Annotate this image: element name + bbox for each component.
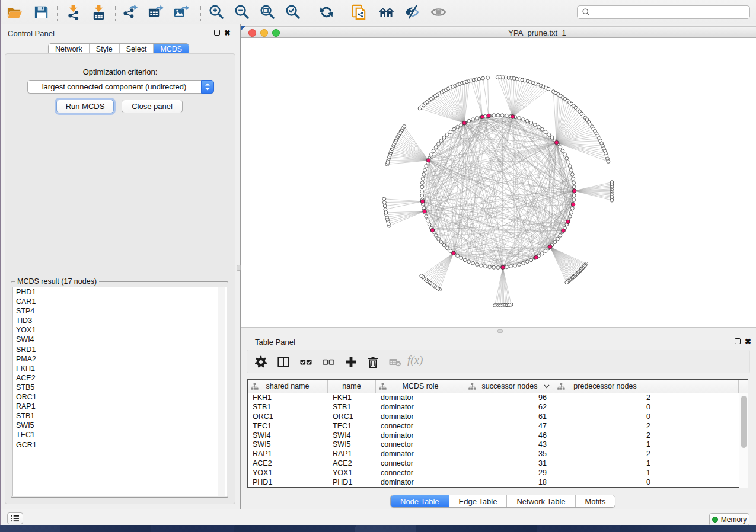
first-neighbors-icon[interactable]: [378, 4, 394, 20]
status-bar: Memory: [0, 509, 756, 525]
cell-MCDS-role: connector: [376, 469, 465, 478]
float-window-icon[interactable]: [735, 338, 741, 344]
task-history-button[interactable]: [7, 512, 23, 524]
cell-shared-name: STB1: [248, 403, 328, 412]
add-column-icon[interactable]: [344, 355, 358, 368]
zoom-in-icon[interactable]: [208, 4, 224, 20]
mcds-result-item[interactable]: SRD1: [13, 345, 227, 354]
table-row[interactable]: SWI4SWI4dominator462: [248, 431, 748, 441]
tab-motifs[interactable]: Motifs: [575, 495, 615, 507]
search-input[interactable]: [577, 5, 750, 19]
close-panel-button[interactable]: Close panel: [122, 100, 183, 113]
table-scrollbar-thumb[interactable]: [741, 396, 747, 448]
mcds-result-item[interactable]: PHD1: [13, 287, 227, 297]
mcds-result-item[interactable]: ACE2: [13, 373, 227, 383]
zoom-out-icon[interactable]: [234, 4, 250, 20]
mcds-result-item[interactable]: PMA2: [13, 354, 227, 364]
table-row[interactable]: ACE2ACE2connector311: [248, 459, 748, 469]
column-header-successor-nodes[interactable]: successor nodes: [465, 380, 554, 393]
settings-icon[interactable]: [254, 355, 267, 368]
show-columns-icon[interactable]: [277, 355, 290, 368]
import-network-icon[interactable]: [65, 4, 81, 20]
mcds-result-item[interactable]: GCR1: [13, 440, 227, 450]
mcds-result-item[interactable]: STB1: [13, 411, 227, 421]
table-row[interactable]: FKH1FKH1dominator962: [248, 393, 748, 403]
table-row[interactable]: PHD1PHD1dominator180: [248, 478, 748, 488]
open-session-icon[interactable]: [7, 4, 23, 20]
column-header-MCDS-role[interactable]: MCDS role: [376, 380, 465, 393]
list-icon: [11, 515, 20, 522]
mcds-result-item[interactable]: STB5: [13, 383, 227, 392]
mcds-result-item[interactable]: ORC1: [13, 392, 227, 402]
cell-successor-nodes: 61: [465, 412, 554, 422]
column-header-predecessor-nodes[interactable]: predecessor nodes: [554, 380, 656, 393]
tab-network-table[interactable]: Network Table: [506, 495, 575, 507]
cell-predecessor-nodes: 0: [554, 412, 656, 422]
close-panel-icon[interactable]: ✖: [224, 28, 231, 37]
mcds-result-item[interactable]: FKH1: [13, 364, 227, 373]
mcds-result-item[interactable]: SWI5: [13, 421, 227, 430]
mcds-result-item[interactable]: SWI4: [13, 335, 227, 344]
run-mcds-button[interactable]: Run MCDS: [56, 100, 114, 113]
window-close-button[interactable]: [248, 29, 256, 37]
zoom-fit-icon[interactable]: [259, 4, 275, 20]
cell-MCDS-role: dominator: [376, 431, 465, 441]
clone-network-icon[interactable]: [352, 4, 368, 20]
cell-predecessor-nodes: 2: [554, 431, 656, 441]
mcds-result-item[interactable]: TEC1: [13, 430, 227, 440]
vertical-splitter-handle[interactable]: [237, 265, 241, 271]
export-table-icon[interactable]: [148, 4, 164, 20]
cell-successor-nodes: 96: [465, 393, 554, 403]
optimization-criterion-select[interactable]: largest connected component (undirected): [27, 80, 214, 94]
window-maximize-button[interactable]: [272, 29, 280, 37]
table-row[interactable]: YOX1YOX1connector291: [248, 469, 748, 478]
export-image-icon[interactable]: [173, 4, 189, 20]
toolbar-separator: [57, 4, 58, 21]
window-minimize-button[interactable]: [260, 29, 268, 37]
network-window-corner: [241, 26, 245, 31]
table-toolbar: f(x): [247, 350, 750, 373]
cell-shared-name: RAP1: [248, 450, 328, 459]
table-row[interactable]: SWI5SWI5connector431: [248, 440, 748, 450]
tab-edge-table[interactable]: Edge Table: [449, 495, 507, 507]
column-header-label: name: [328, 382, 375, 390]
table-row[interactable]: TEC1TEC1connector472: [248, 422, 748, 431]
float-window-icon[interactable]: [214, 30, 220, 36]
mcds-result-scrollbar[interactable]: [218, 287, 225, 496]
memory-button[interactable]: Memory: [709, 513, 749, 526]
mcds-result-item[interactable]: RAP1: [13, 402, 227, 411]
mcds-result-list[interactable]: PHD1CAR1STP4TID3YOX1SWI4SRD1PMA2FKH1ACE2…: [12, 287, 227, 496]
delete-columns-icon[interactable]: [366, 355, 379, 368]
close-panel-icon[interactable]: ✖: [745, 337, 751, 346]
export-network-icon[interactable]: [122, 4, 138, 20]
mcds-result-item[interactable]: TID3: [13, 316, 227, 325]
mcds-result-item[interactable]: STP4: [13, 306, 227, 316]
column-header-label: successor nodes: [465, 382, 554, 390]
network-view-canvas[interactable]: [241, 38, 756, 328]
horizontal-splitter-handle[interactable]: [497, 329, 503, 333]
table-row[interactable]: RAP1RAP1dominator352: [248, 450, 748, 459]
tab-node-table[interactable]: Node Table: [391, 495, 449, 507]
select-all-columns-icon[interactable]: [299, 355, 312, 368]
chevron-down-icon[interactable]: [544, 384, 550, 389]
network-window-titlebar[interactable]: YPA_prune.txt_1: [241, 26, 756, 38]
import-table-icon[interactable]: [91, 4, 107, 20]
unselect-all-columns-icon[interactable]: [322, 355, 335, 368]
cell-name: SWI5: [328, 440, 376, 450]
window-left-edge: [0, 0, 1, 525]
show-all-icon[interactable]: [430, 4, 446, 20]
column-header-shared-name[interactable]: shared name: [248, 380, 328, 393]
cell-shared-name: TEC1: [248, 422, 328, 431]
column-header-name[interactable]: name: [328, 380, 376, 393]
toolbar-separator: [200, 4, 201, 21]
zoom-selected-icon[interactable]: [285, 4, 301, 20]
table-row[interactable]: ORC1ORC1dominator610: [248, 412, 748, 422]
mcds-result-item[interactable]: CAR1: [13, 297, 227, 306]
cell-MCDS-role: dominator: [376, 393, 465, 403]
save-session-icon[interactable]: [33, 4, 49, 20]
hide-selected-icon[interactable]: [404, 4, 420, 20]
table-row[interactable]: STB1STB1dominator620: [248, 403, 748, 412]
table-scrollbar[interactable]: [739, 393, 748, 488]
refresh-layout-icon[interactable]: [318, 4, 334, 20]
mcds-result-item[interactable]: YOX1: [13, 325, 227, 335]
